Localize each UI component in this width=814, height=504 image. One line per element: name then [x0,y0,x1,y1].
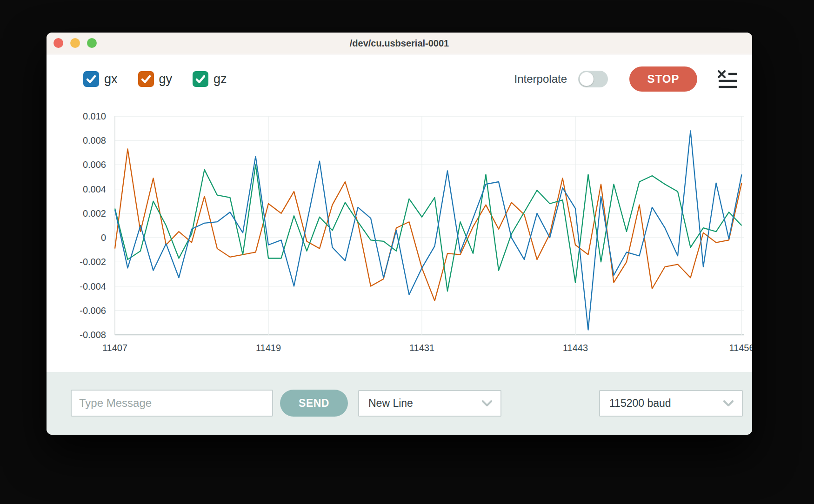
interpolate-label: Interpolate [514,73,567,86]
clear-list-icon[interactable] [718,70,738,88]
svg-text:11443: 11443 [563,343,588,353]
series-label: gz [214,72,227,86]
series-label: gy [159,72,173,86]
svg-text:11419: 11419 [256,343,281,353]
baud-rate-value: 115200 baud [609,397,671,410]
send-button[interactable]: SEND [280,390,348,417]
svg-text:0.002: 0.002 [83,208,106,219]
minimize-button[interactable] [70,38,80,48]
line-ending-select[interactable]: New Line [358,390,501,417]
line-ending-value: New Line [368,397,413,410]
series-toggle-gx[interactable]: gx [83,71,118,87]
checkbox-checked-icon[interactable] [83,71,99,87]
chevron-down-icon [482,400,492,406]
svg-text:0.006: 0.006 [83,159,106,170]
title-bar: /dev/cu.usbserial-0001 [47,33,752,54]
svg-text:0.008: 0.008 [83,135,106,146]
series-label: gx [104,72,118,86]
line-chart: 0.0100.0080.0060.0040.0020-0.002-0.004-0… [47,98,752,365]
svg-text:0.010: 0.010 [83,111,106,121]
series-line-gz [115,165,742,291]
svg-text:-0.002: -0.002 [80,257,106,267]
toolbar-right: Interpolate STOP [514,66,738,92]
series-toggle-group: gxgygz [83,71,227,87]
checkbox-checked-icon[interactable] [193,71,208,87]
svg-text:11431: 11431 [409,343,434,353]
svg-text:11456: 11456 [729,343,752,353]
checkbox-checked-icon[interactable] [138,71,154,87]
traffic-lights [53,38,97,48]
toolbar: gxgygz Interpolate STOP [47,65,752,93]
app-window: /dev/cu.usbserial-0001 gxgygz Interpolat… [47,33,752,435]
stop-button[interactable]: STOP [629,66,697,92]
series-line-gx [115,131,742,330]
svg-text:-0.008: -0.008 [80,330,106,340]
toggle-knob-icon [580,72,594,86]
window-title: /dev/cu.usbserial-0001 [350,38,449,49]
bottom-bar: SEND New Line 115200 baud [47,372,752,435]
svg-text:11407: 11407 [102,343,127,353]
close-button[interactable] [53,38,63,48]
svg-text:-0.006: -0.006 [80,305,106,316]
interpolate-toggle[interactable] [578,71,608,87]
svg-text:0.004: 0.004 [83,184,106,194]
zoom-button[interactable] [87,38,97,48]
chevron-down-icon [723,400,734,406]
series-toggle-gy[interactable]: gy [138,71,173,87]
series-toggle-gz[interactable]: gz [193,71,227,87]
svg-text:-0.004: -0.004 [80,281,106,292]
baud-rate-select[interactable]: 115200 baud [599,390,743,417]
svg-text:0: 0 [101,232,106,243]
message-input[interactable] [71,390,273,417]
